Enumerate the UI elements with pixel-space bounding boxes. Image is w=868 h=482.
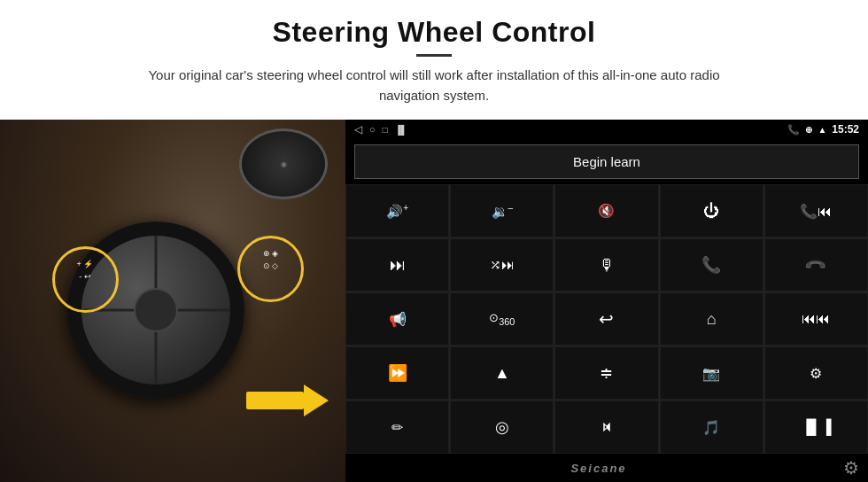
eq-icon: ≑ [600,363,613,383]
phone-icon: 📞 [787,124,800,136]
navigate-icon: ▲ [494,364,510,383]
mic-icon: 🎙 [599,256,615,275]
mic-btn[interactable]: 🎙 [554,238,658,292]
music-icon: 🎵 [702,419,720,436]
music-btn[interactable]: 🎵 [660,400,763,454]
sliders-icon: ⚙ [810,365,822,382]
nav-back-icon[interactable]: ◁ [354,123,362,136]
home-icon: ⌂ [707,310,717,329]
back-icon: ↩ [599,308,614,330]
bluetooth-btn[interactable] [554,400,658,454]
eq-btn[interactable]: ≑ [554,346,658,400]
next-btn[interactable]: ⏭ [345,238,449,292]
camera-icon: 📷 [702,365,720,382]
page-container: Steering Wheel Control Your original car… [0,0,868,482]
vol-up-icon: 🔊+ [386,203,408,220]
subtitle-text: Your original car's steering wheel contr… [124,66,744,105]
steering-wheel-image: ◉ + ⚡ - ↩ [0,120,345,482]
shuffle-icon: ⤮⏭ [490,257,515,273]
horn-icon: 📢 [389,311,407,328]
vol-up-btn[interactable]: 🔊+ [345,184,449,237]
signal-bars: ▐▌ [395,125,407,135]
clock-display: 15:52 [832,123,859,136]
nav-home-icon[interactable]: ○ [369,124,376,135]
camera-btn[interactable]: 📷 [660,346,763,400]
control-grid: 🔊+ 🔉– 🔇 ⏻ 📞⏮ [345,184,868,454]
gps-icon: ⊕ [805,125,812,135]
hang-up-btn[interactable]: 📞 [764,238,868,292]
vol-down-btn[interactable]: 🔉– [450,184,554,237]
eq2-icon: ▐▌▐ [801,419,831,435]
camera-360-icon: ⊙360 [489,311,515,327]
pen-btn[interactable]: ✏ [345,400,449,454]
pen-icon: ✏ [391,419,403,436]
home-btn[interactable]: ⌂ [660,292,763,346]
compass-btn[interactable]: ◎ [450,400,554,454]
title-divider [416,54,452,57]
fast-fwd-btn[interactable]: ⏩ [345,346,449,400]
compass-icon: ◎ [495,417,509,437]
status-bar-left: ◁ ○ □ ▐▌ [354,123,407,136]
horn-btn[interactable]: 📢 [345,292,449,346]
phone-call-icon: 📞 [701,255,721,275]
power-icon: ⏻ [703,202,719,221]
fast-fwd-icon: ⏩ [388,363,407,383]
skip-back-btn[interactable]: ⏮⏮ [764,292,868,346]
status-bar: ◁ ○ □ ▐▌ 📞 ⊕ ▲ 15:52 [345,120,868,139]
phone-call-btn[interactable]: 📞 [660,238,763,292]
content-section: ◉ + ⚡ - ↩ [0,120,868,482]
settings-gear-icon[interactable]: ⚙ [843,457,859,478]
android-screen: ◁ ○ □ ▐▌ 📞 ⊕ ▲ 15:52 Begin learn [345,120,868,482]
bottom-bar: Seicane ⚙ [345,454,868,482]
vol-down-icon: 🔉– [492,203,514,220]
sw-background: ◉ + ⚡ - ↩ [0,120,345,482]
navigate-btn[interactable]: ▲ [450,346,554,400]
header-section: Steering Wheel Control Your original car… [0,0,868,113]
eq2-btn[interactable]: ▐▌▐ [764,400,868,454]
left-button-circle: + ⚡ - ↩ [52,246,119,313]
hang-up-icon: 📞 [804,253,829,277]
camera-360-btn[interactable]: ⊙360 [450,292,554,346]
prev-track-btn[interactable]: 📞⏮ [764,184,868,237]
skip-back-icon: ⏮⏮ [802,311,830,327]
wifi-icon: ▲ [818,125,826,135]
sliders-btn[interactable]: ⚙ [764,346,868,400]
bluetooth-icon [599,419,615,435]
power-btn[interactable]: ⏻ [660,184,763,237]
arrow-indicator [246,385,329,416]
prev-track-icon: 📞⏮ [800,203,832,220]
speedometer: ◉ [239,128,328,199]
brand-name: Seicane [354,462,843,475]
begin-learn-button[interactable]: Begin learn [354,144,859,179]
back-btn[interactable]: ↩ [554,292,658,346]
shuffle-btn[interactable]: ⤮⏭ [450,238,554,292]
mute-icon: 🔇 [598,203,615,219]
status-bar-right: 📞 ⊕ ▲ 15:52 [787,123,859,136]
nav-recent-icon[interactable]: □ [383,125,388,135]
next-icon: ⏭ [390,256,406,275]
right-button-circle: ⊕ ◈ ⊙ ◇ [237,236,304,302]
mute-btn[interactable]: 🔇 [554,184,658,237]
page-title: Steering Wheel Control [35,16,833,49]
